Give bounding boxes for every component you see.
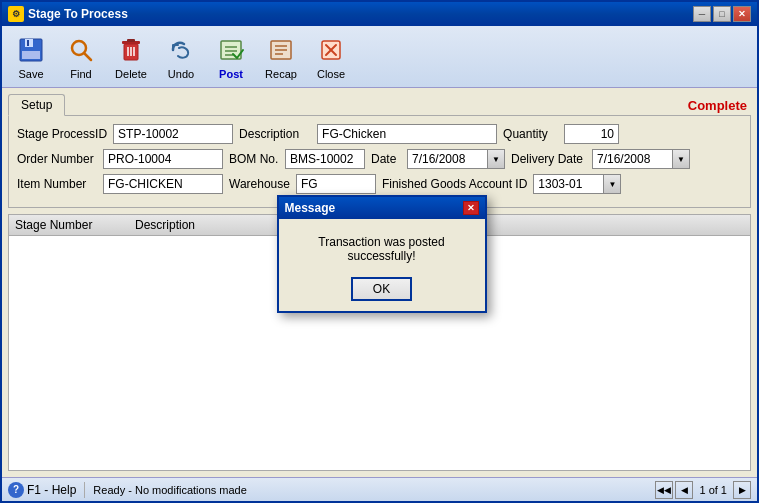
dialog-body: Transaction was posted successfully! OK [279,219,485,311]
dialog-close-button[interactable]: ✕ [463,201,479,215]
main-window: ⚙ Stage To Process ─ □ ✕ Save [0,0,759,503]
message-dialog: Message ✕ Transaction was posted success… [277,195,487,313]
dialog-title: Message [285,201,336,215]
dialog-title-bar: Message ✕ [279,197,485,219]
dialog-overlay: Message ✕ Transaction was posted success… [2,2,759,503]
dialog-message: Transaction was posted successfully! [293,235,471,263]
dialog-ok-button[interactable]: OK [351,277,412,301]
